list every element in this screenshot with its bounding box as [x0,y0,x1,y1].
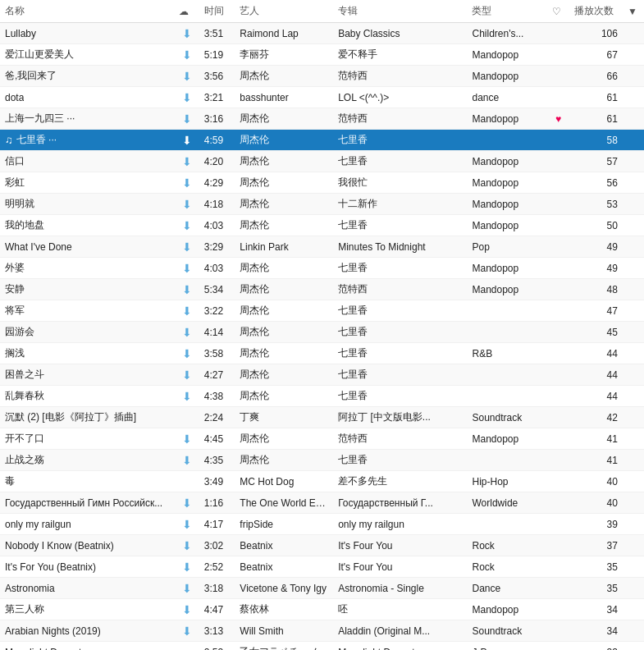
cloud-download-icon[interactable]: ⬇ [182,347,192,360]
song-name-cell: 沉默 (2) [电影《阿拉丁》插曲] [0,407,174,428]
music-list-table: 名称 ☁ 时间 艺人 专辑 类型 ♡ 播放次数 ▼ Lullaby⬇3:51Ra… [0,0,644,650]
song-plays: 106 [569,23,623,44]
cloud-download-icon[interactable]: ⬇ [182,112,192,126]
song-name: Arabian Nights (2019) [5,625,101,637]
song-name: 爸,我回来了 [5,69,57,83]
table-row[interactable]: dota⬇3:21basshunterLOL <(^^.)>dance61 [0,87,644,108]
song-plays: 61 [569,108,623,130]
song-artist: Linkin Park [235,236,333,258]
table-row[interactable]: Lullaby⬇3:51Raimond LapBaby ClassicsChil… [0,23,644,44]
song-plays: 41 [569,428,623,450]
song-plays: 67 [569,44,623,66]
table-row[interactable]: It's For You (Beatnix)⬇2:52BeatnixIt's F… [0,556,644,578]
cloud-download-icon[interactable]: ⬇ [182,198,192,211]
sort-cell [623,23,644,44]
cloud-download-icon[interactable]: ⬇ [182,454,192,467]
table-row[interactable]: Nobody I Know (Beatnix)⬇3:02BeatnixIt's … [0,535,644,556]
song-time: 5:19 [199,44,235,66]
cloud-download-icon[interactable]: ⬇ [182,240,192,254]
sort-cell [623,172,644,194]
table-row[interactable]: 开不了口⬇4:45周杰伦范特西Mandopop41 [0,428,644,450]
song-plays: 58 [569,130,623,151]
table-row[interactable]: Astronomia⬇3:18Vicetone & Tony IgyAstron… [0,578,644,599]
table-row[interactable]: 园游会⬇4:14周杰伦七里香45 [0,322,644,343]
cloud-download-icon[interactable]: ⬇ [182,390,192,403]
cloud-download-icon[interactable]: ⬇ [182,603,192,616]
table-row[interactable]: ♫七里香 ···⬇4:59周杰伦七里香58 [0,130,644,151]
cloud-download-icon[interactable]: ⬇ [182,262,192,275]
table-row[interactable]: What I've Done⬇3:29Linkin ParkMinutes To… [0,236,644,258]
song-artist: 周杰伦 [235,258,333,279]
header-plays[interactable]: 播放次数 [569,0,623,23]
cloud-download-icon[interactable]: ⬇ [182,155,192,168]
song-genre: Mandopop [467,151,547,172]
cloud-download-icon[interactable]: ⬇ [182,219,192,232]
table-row[interactable]: 第三人称⬇4:47蔡依林呸Mandopop34 [0,599,644,620]
header-genre[interactable]: 类型 [467,0,547,23]
table-row[interactable]: 将军⬇3:22周杰伦七里香47 [0,300,644,322]
song-name-cell: What I've Done [0,236,174,258]
header-sort[interactable]: ▼ [623,0,644,23]
cloud-download-icon[interactable]: ⬇ [182,625,192,638]
song-artist: 周杰伦 [235,300,333,322]
cloud-cell: ⬇ [174,450,199,471]
song-name-cell: 搁浅 [0,343,174,364]
header-name[interactable]: 名称 [0,0,174,23]
table-row[interactable]: 爱江山更爱美人⬇5:19李丽芬爱不释手Mandopop67 [0,44,644,66]
cloud-download-icon[interactable]: ⬇ [182,582,192,595]
header-time[interactable]: 时间 [199,0,235,23]
song-artist: 乙女フラベチーノ [235,642,333,651]
song-genre [467,300,547,322]
table-row[interactable]: Государственный Гимн Российск...⬇1:16The… [0,492,644,514]
cloud-download-icon[interactable]: ⬇ [182,497,192,510]
sort-cell [623,471,644,492]
table-row[interactable]: Monnlight Densetsu2:53乙女フラベチーノMoonlight … [0,642,644,651]
table-row[interactable]: 安静⬇5:34周杰伦范特西Mandopop48 [0,279,644,300]
cloud-download-icon[interactable]: ⬇ [182,48,192,62]
table-row[interactable]: 搁浅⬇3:58周杰伦七里香R&B44 [0,343,644,364]
cloud-download-icon[interactable]: ⬇ [182,368,192,382]
cloud-download-icon[interactable]: ⬇ [182,304,192,318]
table-row[interactable]: 乱舞春秋⬇4:38周杰伦七里香44 [0,386,644,407]
cloud-download-icon[interactable]: ⬇ [182,561,192,574]
cloud-cell: ⬇ [174,44,199,66]
table-row[interactable]: 信口⬇4:20周杰伦七里香Mandopop57 [0,151,644,172]
song-time: 4:18 [199,194,235,215]
table-row[interactable]: only my railgun⬇4:17fripSideonly my rail… [0,514,644,535]
table-row[interactable]: 彩虹⬇4:29周杰伦我很忙Mandopop56 [0,172,644,194]
song-album: Baby Classics [333,23,467,44]
table-row[interactable]: 外婆⬇4:03周杰伦七里香Mandopop49 [0,258,644,279]
table-row[interactable]: 上海一九四三 ···⬇3:16周杰伦范特西Mandopop♥61 [0,108,644,130]
table-row[interactable]: 止战之殇⬇4:35周杰伦七里香41 [0,450,644,471]
cloud-download-icon[interactable]: ⬇ [182,134,192,147]
song-time: 3:21 [199,87,235,108]
cloud-download-icon[interactable]: ⬇ [182,518,192,531]
song-name: 明明就 [5,197,34,211]
sort-cell [623,535,644,556]
table-row[interactable]: 我的地盘⬇4:03周杰伦七里香Mandopop50 [0,215,644,236]
cloud-download-icon[interactable]: ⬇ [182,539,192,552]
table-row[interactable]: Arabian Nights (2019)⬇3:13Will SmithAlad… [0,620,644,642]
cloud-download-icon[interactable]: ⬇ [182,433,192,446]
cloud-download-icon[interactable]: ⬇ [182,91,192,104]
cloud-download-icon[interactable]: ⬇ [182,283,192,296]
song-album: Государственный Г... [333,492,467,514]
song-plays: 44 [569,364,623,386]
cloud-download-icon[interactable]: ⬇ [182,70,192,83]
song-album: 七里香 [333,258,467,279]
table-row[interactable]: 爸,我回来了⬇3:56周杰伦范特西Mandopop66 [0,66,644,87]
table-row[interactable]: 毒3:49MC Hot Dog差不多先生Hip-Hop40 [0,471,644,492]
heart-icon[interactable]: ♥ [555,113,561,125]
song-time: 3:56 [199,66,235,87]
table-row[interactable]: 沉默 (2) [电影《阿拉丁》插曲]2:24丁爽阿拉丁 [中文版电影...Sou… [0,407,644,428]
cloud-download-icon[interactable]: ⬇ [182,27,192,40]
song-album: It's Four You [333,535,467,556]
cloud-download-icon[interactable]: ⬇ [182,176,192,190]
cloud-cell: ⬇ [174,364,199,386]
header-album[interactable]: 专辑 [333,0,467,23]
table-row[interactable]: 明明就⬇4:18周杰伦十二新作Mandopop53 [0,194,644,215]
song-time: 4:29 [199,172,235,194]
table-row[interactable]: 困兽之斗⬇4:27周杰伦七里香44 [0,364,644,386]
cloud-download-icon[interactable]: ⬇ [182,326,192,339]
header-artist[interactable]: 艺人 [235,0,333,23]
